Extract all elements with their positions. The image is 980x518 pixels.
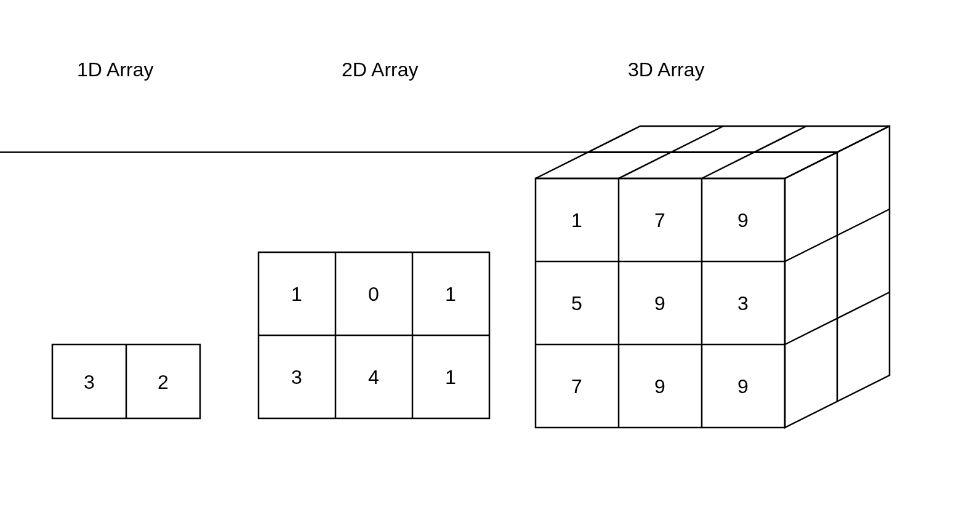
cell-3d-2-0: 7	[571, 375, 582, 397]
cell-2d-1-0: 3	[291, 366, 302, 388]
cell-3d-1-2: 3	[737, 292, 749, 314]
cell-2d-0-0: 1	[291, 283, 302, 305]
cell-1d-1: 2	[158, 371, 169, 393]
cell-2d-1-1: 4	[368, 366, 379, 388]
cell-2d-1-2: 1	[445, 366, 456, 388]
cell-3d-1-1: 9	[654, 292, 665, 314]
array-1d: 3 2	[52, 345, 200, 418]
cell-2d-0-1: 0	[368, 283, 379, 305]
cell-3d-2-1: 9	[654, 375, 665, 397]
cell-3d-0-2: 9	[737, 209, 749, 231]
cell-2d-0-2: 1	[445, 283, 456, 305]
cell-3d-2-2: 9	[737, 375, 749, 397]
cell-3d-0-0: 1	[571, 209, 582, 231]
array-2d: 1 0 1 3 4 1	[259, 252, 489, 418]
cell-1d-0: 3	[84, 371, 95, 393]
cell-3d-1-0: 5	[571, 292, 582, 314]
cell-3d-0-1: 7	[654, 209, 665, 231]
